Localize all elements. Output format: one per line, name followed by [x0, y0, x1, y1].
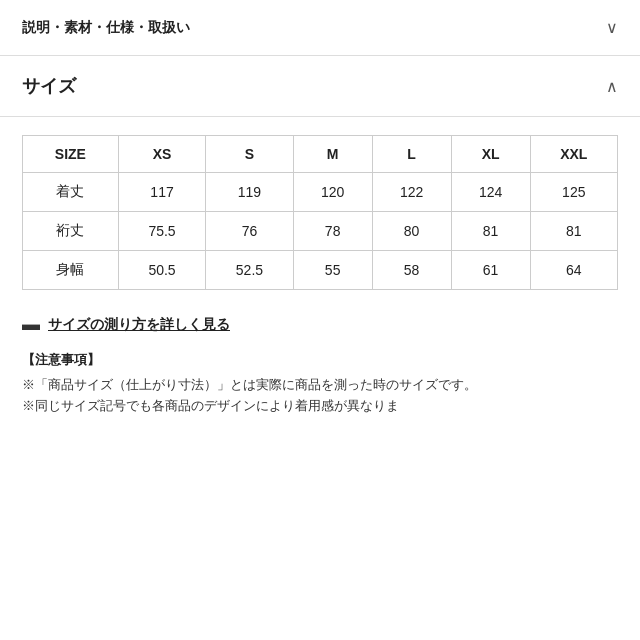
col-header-xs: XS: [118, 136, 205, 173]
col-header-m: M: [293, 136, 372, 173]
size-table: SIZE XS S M L XL XXL 着丈11711912012212412…: [22, 135, 618, 290]
chevron-up-icon: ∧: [606, 77, 618, 96]
col-header-s: S: [206, 136, 293, 173]
cell-0-1: 119: [206, 173, 293, 212]
notes-line: ※「商品サイズ（仕上がり寸法）」とは実際に商品を測った時のサイズです。: [22, 375, 618, 396]
chevron-down-icon: ∨: [606, 18, 618, 37]
cell-2-3: 58: [372, 251, 451, 290]
measure-link-text[interactable]: サイズの測り方を詳しく見る: [48, 316, 230, 334]
notes-title: 【注意事項】: [22, 351, 618, 369]
cell-2-4: 61: [451, 251, 530, 290]
ruler-icon: ▬: [22, 314, 40, 335]
cell-2-0: 50.5: [118, 251, 205, 290]
cell-1-3: 80: [372, 212, 451, 251]
cell-1-0: 75.5: [118, 212, 205, 251]
cell-0-3: 122: [372, 173, 451, 212]
cell-1-2: 78: [293, 212, 372, 251]
col-header-size: SIZE: [23, 136, 119, 173]
col-header-xxl: XXL: [530, 136, 617, 173]
row-label-2: 身幅: [23, 251, 119, 290]
cell-1-1: 76: [206, 212, 293, 251]
table-row: 裄丈75.57678808181: [23, 212, 618, 251]
cell-2-5: 64: [530, 251, 617, 290]
size-section: サイズ ∧ SIZE XS S M L XL XXL 着丈11711912012…: [0, 56, 640, 423]
cell-0-2: 120: [293, 173, 372, 212]
notes-line: ※同じサイズ記号でも各商品のデザインにより着用感が異なりま: [22, 396, 618, 417]
cell-0-4: 124: [451, 173, 530, 212]
notes-section: 【注意事項】 ※「商品サイズ（仕上がり寸法）」とは実際に商品を測った時のサイズで…: [0, 341, 640, 423]
cell-2-2: 55: [293, 251, 372, 290]
notes-text: ※「商品サイズ（仕上がり寸法）」とは実際に商品を測った時のサイズです。※同じサイ…: [22, 375, 618, 417]
cell-1-5: 81: [530, 212, 617, 251]
description-section-header[interactable]: 説明・素材・仕様・取扱い ∨: [0, 0, 640, 55]
description-section-title: 説明・素材・仕様・取扱い: [22, 19, 190, 37]
size-section-title: サイズ: [22, 74, 76, 98]
table-header-row: SIZE XS S M L XL XXL: [23, 136, 618, 173]
size-section-header[interactable]: サイズ ∧: [0, 56, 640, 116]
table-row: 身幅50.552.555586164: [23, 251, 618, 290]
measure-link[interactable]: ▬ サイズの測り方を詳しく見る: [0, 300, 640, 341]
col-header-xl: XL: [451, 136, 530, 173]
cell-2-1: 52.5: [206, 251, 293, 290]
table-row: 着丈117119120122124125: [23, 173, 618, 212]
size-table-container: SIZE XS S M L XL XXL 着丈11711912012212412…: [0, 117, 640, 300]
col-header-l: L: [372, 136, 451, 173]
cell-1-4: 81: [451, 212, 530, 251]
cell-0-0: 117: [118, 173, 205, 212]
cell-0-5: 125: [530, 173, 617, 212]
row-label-1: 裄丈: [23, 212, 119, 251]
row-label-0: 着丈: [23, 173, 119, 212]
